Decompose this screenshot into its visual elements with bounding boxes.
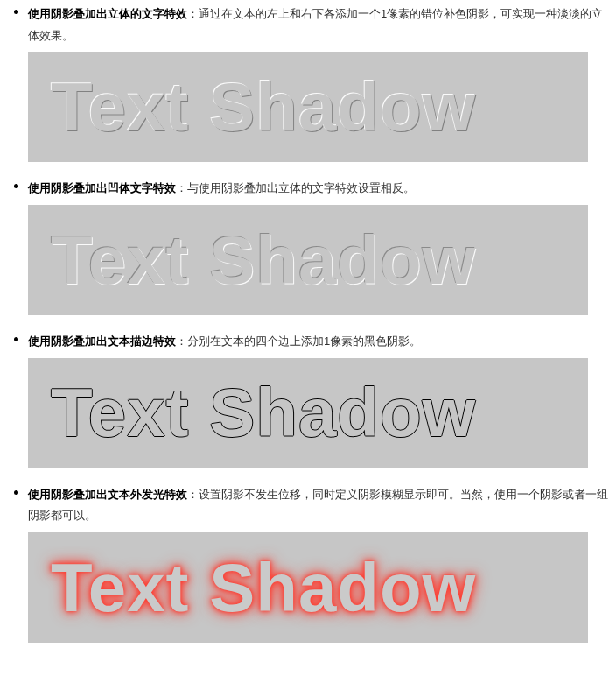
demo-box-inset: Text Shadow: [28, 205, 588, 315]
example-glow: 使用阴影叠加出文本外发光特效：设置阴影不发生位移，同时定义阴影模糊显示即可。当然…: [28, 484, 609, 643]
example-title: 使用阴影叠加出文本描边特效: [28, 334, 176, 348]
demo-text: Text Shadow: [51, 221, 476, 300]
demo-text: Text Shadow: [51, 373, 476, 453]
example-description: 使用阴影叠加出文本外发光特效：设置阴影不发生位移，同时定义阴影模糊显示即可。当然…: [28, 484, 609, 527]
demo-box-raised: Text Shadow: [28, 52, 588, 162]
example-body: ：分别在文本的四个边上添加1像素的黑色阴影。: [176, 334, 421, 348]
example-description: 使用阴影叠加出凹体文字特效：与使用阴影叠加出立体的文字特效设置相反。: [28, 178, 609, 200]
example-description: 使用阴影叠加出立体的文字特效：通过在文本的左上和右下各添加一个1像素的错位补色阴…: [28, 4, 609, 46]
example-inset: 使用阴影叠加出凹体文字特效：与使用阴影叠加出立体的文字特效设置相反。 Text …: [28, 178, 609, 315]
demo-text: Text Shadow: [51, 67, 476, 147]
demo-box-outline: Text Shadow: [28, 358, 588, 468]
example-body: ：与使用阴影叠加出立体的文字特效设置相反。: [176, 181, 415, 194]
demo-box-glow: Text Shadow: [28, 532, 588, 643]
example-title: 使用阴影叠加出凹体文字特效: [28, 181, 176, 194]
example-title: 使用阴影叠加出立体的文字特效: [28, 7, 187, 20]
demo-text: Text Shadow: [51, 548, 476, 628]
example-raised: 使用阴影叠加出立体的文字特效：通过在文本的左上和右下各添加一个1像素的错位补色阴…: [28, 4, 609, 162]
example-title: 使用阴影叠加出文本外发光特效: [28, 488, 187, 501]
example-outline: 使用阴影叠加出文本描边特效：分别在文本的四个边上添加1像素的黑色阴影。 Text…: [28, 331, 609, 468]
text-shadow-examples-list: 使用阴影叠加出立体的文字特效：通过在文本的左上和右下各添加一个1像素的错位补色阴…: [7, 4, 609, 643]
example-description: 使用阴影叠加出文本描边特效：分别在文本的四个边上添加1像素的黑色阴影。: [28, 331, 609, 353]
